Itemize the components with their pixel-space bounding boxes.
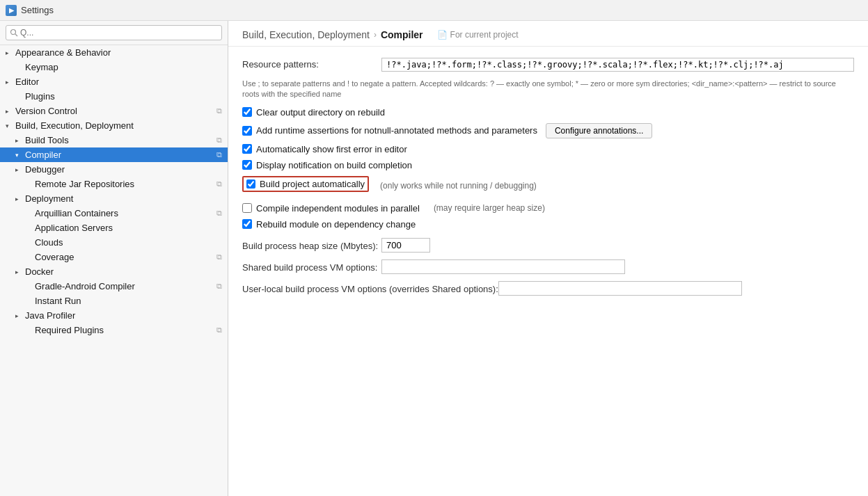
copy-icon: ⧉ <box>216 106 222 115</box>
tree-arrow-icon: ▸ <box>15 137 25 144</box>
sidebar-item-version-control[interactable]: ▸Version Control⧉ <box>0 104 228 118</box>
checkbox-row-display-notification: Display notification on build completion <box>242 160 854 170</box>
tree-arrow-icon: ▾ <box>15 152 25 159</box>
sidebar-item-plugins[interactable]: Plugins <box>0 89 228 104</box>
sidebar-item-appearance[interactable]: ▸Appearance & Behavior <box>0 45 228 60</box>
sidebar-item-deployment[interactable]: ▸Deployment <box>0 191 228 206</box>
user-vm-input[interactable] <box>498 281 742 296</box>
sidebar-item-application-servers[interactable]: Application Servers <box>0 221 228 235</box>
checkbox-label-display-notification: Display notification on build completion <box>256 160 412 170</box>
sidebar-item-label: Java Profiler <box>25 310 222 321</box>
sidebar-item-required-plugins[interactable]: Required Plugins⧉ <box>0 323 228 337</box>
sidebar-item-arquillian-containers[interactable]: Arquillian Containers⧉ <box>0 206 228 221</box>
copy-icon: ⧉ <box>216 179 222 189</box>
sidebar-item-label: Arquillian Containers <box>35 208 214 218</box>
titlebar: ▶ Settings <box>0 0 868 21</box>
checkbox-note-compile-parallel: (may require larger heap size) <box>434 203 545 213</box>
sidebar-item-build-tools[interactable]: ▸Build Tools⧉ <box>0 133 228 147</box>
shared-vm-row: Shared build process VM options: <box>242 259 854 274</box>
sidebar-item-label: Version Control <box>15 106 214 116</box>
copy-icon: ⧉ <box>216 150 222 159</box>
checkbox-clear-output[interactable] <box>242 107 252 117</box>
sidebar-item-label: Build Tools <box>25 135 214 145</box>
sidebar-item-editor[interactable]: ▸Editor <box>0 74 228 89</box>
app-icon: ▶ <box>6 5 17 16</box>
for-current-project-label: For current project <box>450 30 519 40</box>
content-header: Build, Execution, Deployment › Compiler … <box>228 21 868 47</box>
sidebar-item-compiler[interactable]: ▾Compiler⧉ <box>0 147 228 162</box>
resource-patterns-input[interactable] <box>381 58 854 72</box>
user-vm-label: User-local build process VM options (ove… <box>242 282 498 294</box>
breadcrumb-current: Compiler <box>381 29 423 40</box>
checkbox-label-auto-show-error: Automatically show first error in editor <box>256 144 407 154</box>
checkbox-label-compile-parallel: Compile independent modules in parallel <box>256 203 420 214</box>
tree-container: ▸Appearance & BehaviorKeymap▸EditorPlugi… <box>0 45 228 337</box>
sidebar-item-gradle-android-compiler[interactable]: Gradle-Android Compiler⧉ <box>0 279 228 294</box>
sidebar-item-label: Docker <box>25 266 222 277</box>
sidebar-item-docker[interactable]: ▸Docker <box>0 264 228 279</box>
copy-icon: ⧉ <box>216 209 222 218</box>
tree-arrow-icon: ▸ <box>15 312 25 319</box>
checkbox-rebuild-module[interactable] <box>242 219 252 229</box>
sidebar-item-coverage[interactable]: Coverage⧉ <box>0 250 228 264</box>
resource-patterns-label: Resource patterns: <box>242 58 381 70</box>
sidebar-item-remote-jar-repositories[interactable]: Remote Jar Repositories⧉ <box>0 177 228 191</box>
shared-vm-input[interactable] <box>381 259 625 274</box>
sidebar-item-clouds[interactable]: Clouds <box>0 235 228 250</box>
heap-size-row: Build process heap size (Mbytes): <box>242 238 854 253</box>
search-input[interactable] <box>6 25 222 40</box>
tree-arrow-icon: ▸ <box>15 166 25 173</box>
checkbox-label-build-auto: Build project automatically <box>260 179 365 189</box>
window-title: Settings <box>21 5 54 15</box>
sidebar-item-label: Deployment <box>25 193 222 204</box>
sidebar-item-instant-run[interactable]: Instant Run <box>0 294 228 308</box>
copy-icon: ⧉ <box>216 326 222 335</box>
tree-arrow-icon: ▸ <box>15 269 25 275</box>
sidebar-item-java-profiler[interactable]: ▸Java Profiler <box>0 308 228 323</box>
sidebar-item-label: Appearance & Behavior <box>15 47 222 58</box>
sidebar-item-label: Instant Run <box>35 296 222 306</box>
content-panel: Build, Execution, Deployment › Compiler … <box>228 21 868 496</box>
heap-size-input[interactable] <box>381 238 430 253</box>
sidebar-item-label: Debugger <box>25 164 222 175</box>
copy-icon: ⧉ <box>216 253 222 262</box>
sidebar-item-label: Remote Jar Repositories <box>35 179 214 189</box>
checkbox-label-add-runtime: Add runtime assertions for notnull-annot… <box>256 125 537 136</box>
checkbox-label-rebuild-module: Rebuild module on dependency change <box>256 219 416 230</box>
tree-arrow-icon: ▸ <box>15 195 25 202</box>
breadcrumb-parent[interactable]: Build, Execution, Deployment <box>242 29 370 40</box>
copy-icon: ⧉ <box>216 282 222 291</box>
breadcrumb: Build, Execution, Deployment › Compiler <box>242 29 423 40</box>
configure-annotations-button[interactable]: Configure annotations... <box>546 123 652 138</box>
project-icon: 📄 <box>437 30 448 40</box>
sidebar-item-label: Compiler <box>25 150 214 160</box>
copy-icon: ⧉ <box>216 136 222 145</box>
shared-vm-label: Shared build process VM options: <box>242 261 381 273</box>
checkbox-row-rebuild-module: Rebuild module on dependency change <box>242 219 854 230</box>
checkbox-display-notification[interactable] <box>242 160 252 170</box>
sidebar-item-label: Coverage <box>35 252 214 262</box>
checkbox-row-clear-output: Clear output directory on rebuild <box>242 107 854 118</box>
checkbox-row-compile-parallel: Compile independent modules in parallel(… <box>242 203 854 214</box>
tree-arrow-icon: ▾ <box>6 122 15 129</box>
sidebar-item-build-execution-deployment[interactable]: ▾Build, Execution, Deployment <box>0 118 228 133</box>
checkboxes-container: Clear output directory on rebuildAdd run… <box>242 107 854 230</box>
checkbox-auto-show-error[interactable] <box>242 144 252 154</box>
checkbox-row-build-auto: Build project automatically(only works w… <box>242 176 854 198</box>
tree-arrow-icon: ▸ <box>6 49 15 56</box>
sidebar-item-keymap[interactable]: Keymap <box>0 60 228 74</box>
checkbox-label-clear-output: Clear output directory on rebuild <box>256 107 385 118</box>
breadcrumb-separator: › <box>374 30 377 40</box>
sidebar-item-label: Application Servers <box>35 223 222 233</box>
checkbox-row-add-runtime: Add runtime assertions for notnull-annot… <box>242 123 854 138</box>
search-box <box>0 21 228 45</box>
resource-patterns-row: Resource patterns: <box>242 58 854 72</box>
sidebar-item-debugger[interactable]: ▸Debugger <box>0 162 228 177</box>
hint-text: Use ; to separate patterns and ! to nega… <box>242 79 854 100</box>
checkbox-build-auto[interactable] <box>246 179 255 189</box>
checkbox-add-runtime[interactable] <box>242 126 252 136</box>
sidebar-item-label: Gradle-Android Compiler <box>35 281 214 291</box>
sidebar-item-label: Required Plugins <box>35 325 214 335</box>
checkbox-compile-parallel[interactable] <box>242 203 252 213</box>
sidebar-item-label: Build, Execution, Deployment <box>15 120 222 131</box>
